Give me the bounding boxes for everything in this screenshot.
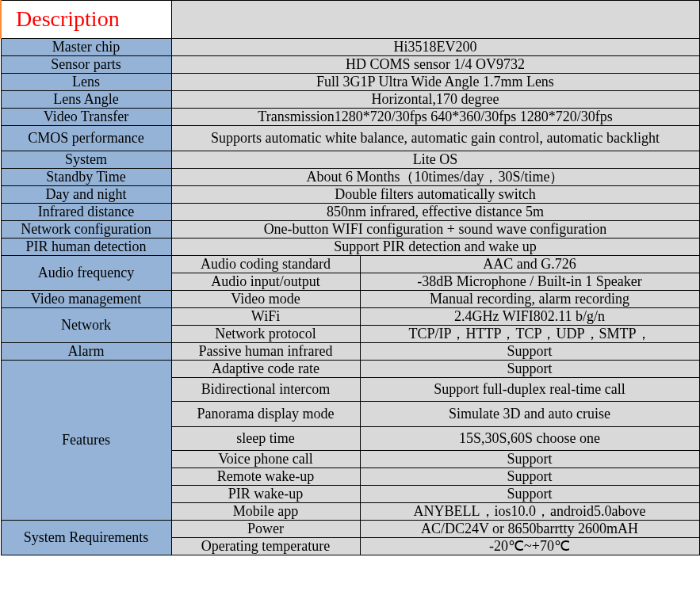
label-ir-distance: Infrared distance (1, 204, 171, 221)
val-pir-wake: Support (360, 486, 699, 503)
row-network-1: Network WiFi 2.4GHz WIFI802.11 b/g/n (1, 308, 699, 326)
val-intercom: Support full-duplex real-time call (360, 378, 699, 402)
row-day-night: Day and night Double filters automatical… (1, 186, 699, 204)
sub-protocol: Network protocol (171, 326, 360, 343)
val-power: AC/DC24V or 8650barrtty 2600mAH (360, 521, 699, 538)
value-sensor: HD COMS sensor 1/4 OV9732 (171, 56, 699, 74)
value-master-chip: Hi3518EV200 (171, 39, 699, 56)
sub-sleep: sleep time (171, 427, 360, 451)
val-video-mode: Manual recording, alarm recording (360, 291, 699, 308)
row-pir: PIR human detection Support PIR detectio… (1, 239, 699, 256)
sub-wifi: WiFi (171, 308, 360, 326)
label-video-mgmt: Video management (1, 291, 171, 308)
value-cmos: Supports automatic white balance, automa… (171, 126, 699, 151)
sub-power: Power (171, 521, 360, 538)
sub-alarm: Passive human infrared (171, 343, 360, 361)
label-alarm: Alarm (1, 343, 171, 361)
label-day-night: Day and night (1, 186, 171, 204)
label-video-transfer: Video Transfer (1, 109, 171, 126)
sub-intercom: Bidirectional intercom (171, 378, 360, 402)
sub-audio-coding: Audio coding standard (171, 256, 360, 273)
label-sensor: Sensor parts (1, 56, 171, 74)
sub-adaptive-rate: Adaptive code rate (171, 361, 360, 378)
label-features: Features (1, 361, 171, 521)
value-lens-angle: Horizontal,170 degree (171, 91, 699, 109)
val-op-temp: -20℃~+70℃ (360, 538, 699, 555)
header-blank (171, 1, 699, 39)
row-lens-angle: Lens Angle Horizontal,170 degree (1, 91, 699, 109)
val-voice-call: Support (360, 451, 699, 468)
sub-panorama: Panorama display mode (171, 402, 360, 427)
val-wifi: 2.4GHz WIFI802.11 b/g/n (360, 308, 699, 326)
row-system: System Lite OS (1, 151, 699, 169)
sub-remote-wake: Remote wake-up (171, 468, 360, 486)
value-pir: Support PIR detection and wake up (171, 239, 699, 256)
label-system: System (1, 151, 171, 169)
val-mobile-app: ANYBELL，ios10.0，android5.0above (360, 503, 699, 521)
sub-video-mode: Video mode (171, 291, 360, 308)
label-lens-angle: Lens Angle (1, 91, 171, 109)
val-alarm: Support (360, 343, 699, 361)
value-net-config: One-button WIFI configuration + sound wa… (171, 221, 699, 239)
label-standby: Standby Time (1, 169, 171, 186)
value-video-transfer: Transmission1280*720/30fps 640*360/30fps… (171, 109, 699, 126)
sub-audio-io: Audio input/output (171, 273, 360, 291)
sub-mobile-app: Mobile app (171, 503, 360, 521)
label-cmos: CMOS performance (1, 126, 171, 151)
value-system: Lite OS (171, 151, 699, 169)
row-standby: Standby Time About 6 Months（10times/day，… (1, 169, 699, 186)
val-panorama: Simulate 3D and auto cruise (360, 402, 699, 427)
header-row: Description (1, 1, 699, 39)
val-sleep: 15S,30S,60S choose one (360, 427, 699, 451)
val-protocol: TCP/IP，HTTP，TCP，UDP，SMTP， (360, 326, 699, 343)
row-master-chip: Master chip Hi3518EV200 (1, 39, 699, 56)
val-audio-coding: AAC and G.726 (360, 256, 699, 273)
val-remote-wake: Support (360, 468, 699, 486)
val-adaptive-rate: Support (360, 361, 699, 378)
row-ir-distance: Infrared distance 850nm infrared, effect… (1, 204, 699, 221)
row-cmos: CMOS performance Supports automatic whit… (1, 126, 699, 151)
row-features-1: Features Adaptive code rate Support (1, 361, 699, 378)
sub-op-temp: Operating temperature (171, 538, 360, 555)
description-header: Description (1, 1, 171, 39)
value-lens: Full 3G1P Ultra Wide Angle 1.7mm Lens (171, 74, 699, 91)
sub-pir-wake: PIR wake-up (171, 486, 360, 503)
row-video-transfer: Video Transfer Transmission1280*720/30fp… (1, 109, 699, 126)
row-lens: Lens Full 3G1P Ultra Wide Angle 1.7mm Le… (1, 74, 699, 91)
val-audio-io: -38dB Microphone / Built-in 1 Speaker (360, 273, 699, 291)
row-alarm: Alarm Passive human infrared Support (1, 343, 699, 361)
row-sensor: Sensor parts HD COMS sensor 1/4 OV9732 (1, 56, 699, 74)
row-video-mgmt: Video management Video mode Manual recor… (1, 291, 699, 308)
label-master-chip: Master chip (1, 39, 171, 56)
row-sysreq-1: System Requirements Power AC/DC24V or 86… (1, 521, 699, 538)
label-pir: PIR human detection (1, 239, 171, 256)
spec-table: Description Master chip Hi3518EV200 Sens… (0, 0, 700, 555)
value-standby: About 6 Months（10times/day，30S/time） (171, 169, 699, 186)
sub-voice-call: Voice phone call (171, 451, 360, 468)
row-audio-1: Audio frequency Audio coding standard AA… (1, 256, 699, 273)
value-ir-distance: 850nm infrared, effective distance 5m (171, 204, 699, 221)
row-net-config: Network configuration One-button WIFI co… (1, 221, 699, 239)
value-day-night: Double filters automatically switch (171, 186, 699, 204)
label-lens: Lens (1, 74, 171, 91)
label-sysreq: System Requirements (1, 521, 171, 555)
label-audio: Audio frequency (1, 256, 171, 291)
label-network: Network (1, 308, 171, 343)
label-net-config: Network configuration (1, 221, 171, 239)
